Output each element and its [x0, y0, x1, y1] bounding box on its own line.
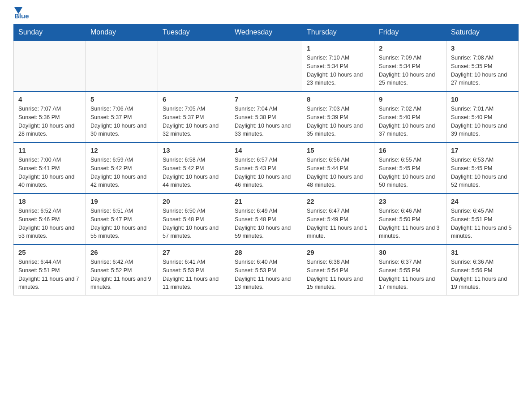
day-info: Sunrise: 7:09 AM Sunset: 5:34 PM Dayligh…	[379, 54, 442, 87]
calendar-cell: 19Sunrise: 6:51 AM Sunset: 5:47 PM Dayli…	[86, 193, 158, 244]
calendar-cell: 5Sunrise: 7:06 AM Sunset: 5:37 PM Daylig…	[86, 91, 158, 142]
calendar-cell: 2Sunrise: 7:09 AM Sunset: 5:34 PM Daylig…	[374, 40, 446, 91]
calendar-cell	[86, 40, 158, 91]
day-info: Sunrise: 6:53 AM Sunset: 5:45 PM Dayligh…	[451, 156, 514, 189]
logo: Blue	[13, 9, 29, 20]
day-number: 20	[163, 197, 225, 205]
calendar-cell: 27Sunrise: 6:41 AM Sunset: 5:53 PM Dayli…	[158, 244, 230, 295]
day-info: Sunrise: 7:02 AM Sunset: 5:40 PM Dayligh…	[379, 105, 442, 138]
day-info: Sunrise: 6:37 AM Sunset: 5:55 PM Dayligh…	[379, 258, 442, 291]
day-info: Sunrise: 7:10 AM Sunset: 5:34 PM Dayligh…	[307, 54, 369, 87]
day-info: Sunrise: 7:05 AM Sunset: 5:37 PM Dayligh…	[163, 105, 225, 138]
calendar-cell: 11Sunrise: 7:00 AM Sunset: 5:41 PM Dayli…	[14, 142, 86, 193]
calendar-cell: 3Sunrise: 7:08 AM Sunset: 5:35 PM Daylig…	[446, 40, 519, 91]
calendar-cell: 18Sunrise: 6:52 AM Sunset: 5:46 PM Dayli…	[14, 193, 86, 244]
day-info: Sunrise: 7:04 AM Sunset: 5:38 PM Dayligh…	[235, 105, 297, 138]
day-info: Sunrise: 7:08 AM Sunset: 5:35 PM Dayligh…	[451, 54, 514, 87]
calendar-cell: 14Sunrise: 6:57 AM Sunset: 5:43 PM Dayli…	[230, 142, 302, 193]
calendar-week-2: 4Sunrise: 7:07 AM Sunset: 5:36 PM Daylig…	[14, 91, 519, 142]
column-header-monday: Monday	[86, 25, 158, 41]
day-number: 31	[451, 248, 514, 256]
day-number: 10	[451, 95, 514, 103]
calendar-cell: 22Sunrise: 6:47 AM Sunset: 5:49 PM Dayli…	[302, 193, 374, 244]
calendar-cell	[230, 40, 302, 91]
column-header-sunday: Sunday	[14, 25, 86, 41]
day-number: 9	[379, 95, 442, 103]
day-number: 21	[235, 197, 297, 205]
column-header-thursday: Thursday	[302, 25, 374, 41]
day-info: Sunrise: 6:55 AM Sunset: 5:45 PM Dayligh…	[379, 156, 442, 189]
calendar-cell: 9Sunrise: 7:02 AM Sunset: 5:40 PM Daylig…	[374, 91, 446, 142]
calendar-week-5: 25Sunrise: 6:44 AM Sunset: 5:51 PM Dayli…	[14, 244, 519, 295]
day-number: 3	[451, 44, 514, 52]
column-header-friday: Friday	[374, 25, 446, 41]
day-info: Sunrise: 6:52 AM Sunset: 5:46 PM Dayligh…	[18, 207, 81, 240]
calendar-cell: 21Sunrise: 6:49 AM Sunset: 5:48 PM Dayli…	[230, 193, 302, 244]
calendar-cell: 8Sunrise: 7:03 AM Sunset: 5:39 PM Daylig…	[302, 91, 374, 142]
day-number: 12	[90, 146, 153, 154]
day-info: Sunrise: 6:45 AM Sunset: 5:51 PM Dayligh…	[451, 207, 514, 240]
day-number: 22	[307, 197, 369, 205]
day-info: Sunrise: 6:59 AM Sunset: 5:42 PM Dayligh…	[90, 156, 153, 189]
calendar-cell	[158, 40, 230, 91]
calendar-cell: 28Sunrise: 6:40 AM Sunset: 5:53 PM Dayli…	[230, 244, 302, 295]
day-info: Sunrise: 6:58 AM Sunset: 5:42 PM Dayligh…	[163, 156, 225, 189]
day-number: 8	[307, 95, 369, 103]
calendar-cell: 17Sunrise: 6:53 AM Sunset: 5:45 PM Dayli…	[446, 142, 519, 193]
day-number: 18	[18, 197, 81, 205]
calendar-cell: 16Sunrise: 6:55 AM Sunset: 5:45 PM Dayli…	[374, 142, 446, 193]
day-info: Sunrise: 6:47 AM Sunset: 5:49 PM Dayligh…	[307, 207, 369, 240]
calendar-cell	[14, 40, 86, 91]
day-number: 30	[379, 248, 442, 256]
day-info: Sunrise: 7:00 AM Sunset: 5:41 PM Dayligh…	[18, 156, 81, 189]
calendar-cell: 4Sunrise: 7:07 AM Sunset: 5:36 PM Daylig…	[14, 91, 86, 142]
calendar-cell: 24Sunrise: 6:45 AM Sunset: 5:51 PM Dayli…	[446, 193, 519, 244]
day-number: 1	[307, 44, 369, 52]
day-info: Sunrise: 6:56 AM Sunset: 5:44 PM Dayligh…	[307, 156, 369, 189]
calendar-cell: 13Sunrise: 6:58 AM Sunset: 5:42 PM Dayli…	[158, 142, 230, 193]
column-header-wednesday: Wednesday	[230, 25, 302, 41]
day-number: 25	[18, 248, 81, 256]
day-info: Sunrise: 6:46 AM Sunset: 5:50 PM Dayligh…	[379, 207, 442, 240]
day-info: Sunrise: 7:07 AM Sunset: 5:36 PM Dayligh…	[18, 105, 81, 138]
calendar-cell: 12Sunrise: 6:59 AM Sunset: 5:42 PM Dayli…	[86, 142, 158, 193]
logo-underline: Blue	[14, 12, 29, 20]
day-info: Sunrise: 6:51 AM Sunset: 5:47 PM Dayligh…	[90, 207, 153, 240]
column-header-saturday: Saturday	[446, 25, 519, 41]
day-info: Sunrise: 6:41 AM Sunset: 5:53 PM Dayligh…	[163, 258, 225, 291]
calendar-cell: 1Sunrise: 7:10 AM Sunset: 5:34 PM Daylig…	[302, 40, 374, 91]
day-number: 16	[379, 146, 442, 154]
day-number: 14	[235, 146, 297, 154]
calendar-cell: 31Sunrise: 6:36 AM Sunset: 5:56 PM Dayli…	[446, 244, 519, 295]
day-number: 17	[451, 146, 514, 154]
day-number: 7	[235, 95, 297, 103]
column-header-tuesday: Tuesday	[158, 25, 230, 41]
calendar-week-1: 1Sunrise: 7:10 AM Sunset: 5:34 PM Daylig…	[14, 40, 519, 91]
day-info: Sunrise: 7:03 AM Sunset: 5:39 PM Dayligh…	[307, 105, 369, 138]
day-number: 19	[90, 197, 153, 205]
day-info: Sunrise: 6:57 AM Sunset: 5:43 PM Dayligh…	[235, 156, 297, 189]
calendar-table: SundayMondayTuesdayWednesdayThursdayFrid…	[13, 24, 519, 295]
day-number: 24	[451, 197, 514, 205]
calendar-cell: 30Sunrise: 6:37 AM Sunset: 5:55 PM Dayli…	[374, 244, 446, 295]
calendar-cell: 23Sunrise: 6:46 AM Sunset: 5:50 PM Dayli…	[374, 193, 446, 244]
day-number: 11	[18, 146, 81, 154]
day-number: 23	[379, 197, 442, 205]
calendar-cell: 6Sunrise: 7:05 AM Sunset: 5:37 PM Daylig…	[158, 91, 230, 142]
day-number: 15	[307, 146, 369, 154]
calendar-cell: 15Sunrise: 6:56 AM Sunset: 5:44 PM Dayli…	[302, 142, 374, 193]
day-number: 5	[90, 95, 153, 103]
day-number: 2	[379, 44, 442, 52]
day-number: 26	[90, 248, 153, 256]
calendar-week-3: 11Sunrise: 7:00 AM Sunset: 5:41 PM Dayli…	[14, 142, 519, 193]
day-info: Sunrise: 6:42 AM Sunset: 5:52 PM Dayligh…	[90, 258, 153, 291]
day-info: Sunrise: 6:40 AM Sunset: 5:53 PM Dayligh…	[235, 258, 297, 291]
calendar-cell: 7Sunrise: 7:04 AM Sunset: 5:38 PM Daylig…	[230, 91, 302, 142]
day-info: Sunrise: 6:50 AM Sunset: 5:48 PM Dayligh…	[163, 207, 225, 240]
day-info: Sunrise: 6:44 AM Sunset: 5:51 PM Dayligh…	[18, 258, 81, 291]
calendar-cell: 29Sunrise: 6:38 AM Sunset: 5:54 PM Dayli…	[302, 244, 374, 295]
calendar-cell: 20Sunrise: 6:50 AM Sunset: 5:48 PM Dayli…	[158, 193, 230, 244]
day-number: 29	[307, 248, 369, 256]
day-number: 6	[163, 95, 225, 103]
day-info: Sunrise: 7:06 AM Sunset: 5:37 PM Dayligh…	[90, 105, 153, 138]
